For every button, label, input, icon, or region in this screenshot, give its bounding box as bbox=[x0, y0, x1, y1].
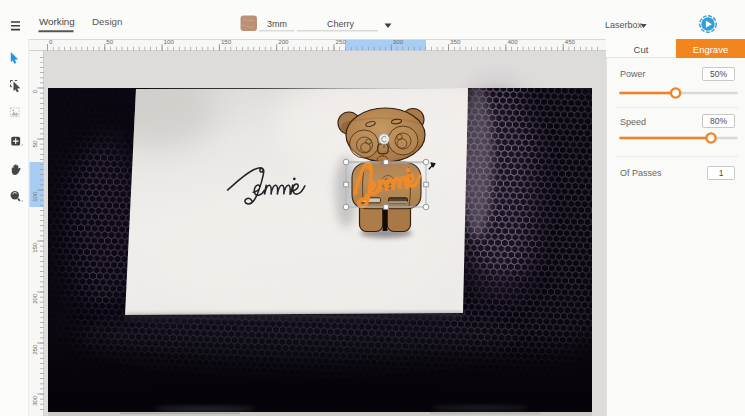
svg-text:50: 50 bbox=[106, 38, 113, 45]
svg-text:250: 250 bbox=[336, 38, 347, 45]
svg-text:450: 450 bbox=[565, 38, 576, 45]
svg-text:200: 200 bbox=[278, 38, 289, 45]
svg-text:0: 0 bbox=[31, 89, 38, 93]
svg-text:400: 400 bbox=[507, 38, 518, 45]
svg-text:150: 150 bbox=[221, 38, 232, 45]
svg-text:200: 200 bbox=[31, 293, 38, 304]
svg-text:250: 250 bbox=[31, 344, 38, 355]
svg-text:100: 100 bbox=[31, 191, 38, 202]
svg-text:50: 50 bbox=[31, 140, 38, 147]
svg-text:300: 300 bbox=[393, 38, 404, 45]
svg-text:350: 350 bbox=[450, 38, 461, 45]
svg-text:300: 300 bbox=[31, 395, 38, 406]
svg-text:0: 0 bbox=[49, 38, 53, 45]
svg-text:100: 100 bbox=[164, 38, 175, 45]
svg-text:150: 150 bbox=[31, 242, 38, 253]
